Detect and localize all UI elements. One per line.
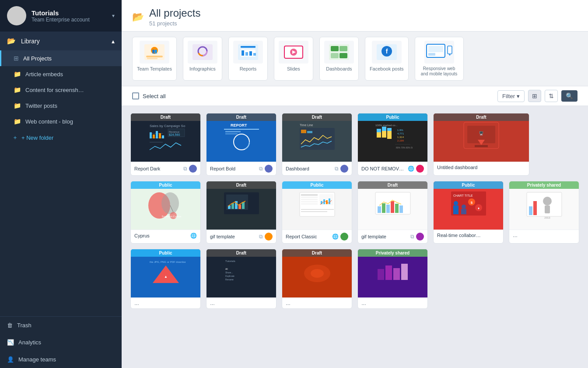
project-card-realtime-collab[interactable]: Public CHART TITLE $ <box>433 181 504 244</box>
project-footer: … <box>509 230 579 241</box>
svg-rect-13 <box>245 52 248 56</box>
new-folder-button[interactable]: ＋ + New folder <box>0 129 122 146</box>
globe-icon[interactable]: 🌐 <box>408 166 414 172</box>
folder-icon: 📁 <box>14 102 21 109</box>
project-card-gif-template-2[interactable]: Draft gif template <box>357 181 428 244</box>
select-all-label[interactable]: Select all <box>143 93 166 99</box>
project-owner-avatar <box>340 233 348 241</box>
project-name: gif template <box>210 234 235 239</box>
svg-rect-35 <box>150 142 163 142</box>
project-footer: gif template ⧉ <box>358 230 427 243</box>
sidebar-item-all-projects[interactable]: ⊞ All Projects <box>0 50 122 66</box>
svg-rect-23 <box>340 53 347 58</box>
project-card-public-pyramid[interactable]: Public the JPG, PNG or PDF download opti… <box>130 249 201 309</box>
copy-icon[interactable]: ⧉ <box>183 166 187 172</box>
project-name: DO NOT REMOVE 1... <box>361 166 405 171</box>
svg-rect-68 <box>395 144 410 145</box>
status-badge: Public <box>282 181 352 189</box>
type-filter-reports[interactable]: Reports <box>228 37 268 81</box>
project-footer: … <box>206 297 276 308</box>
project-card-draft-coral[interactable]: Draft … <box>282 249 352 309</box>
svg-text:Tutorials: Tutorials <box>225 260 235 262</box>
project-footer: Real-time collabora... <box>434 230 503 241</box>
globe-icon[interactable]: 🌐 <box>190 233 197 239</box>
copy-icon[interactable]: ⧉ <box>259 166 263 172</box>
type-filter-responsive-web[interactable]: Responsive web and mobile layouts <box>415 37 464 81</box>
project-thumbnail: Draft <box>206 181 276 230</box>
project-card-privately-shared-1[interactable]: Privately shared 2013 … <box>509 181 579 244</box>
project-card-draft-tutorials[interactable]: Draft Tutorials All Share... Duplicate R… <box>206 249 276 309</box>
svg-rect-74 <box>475 145 488 147</box>
svg-rect-91 <box>301 201 318 202</box>
chevron-down-icon[interactable]: ▾ <box>112 13 115 19</box>
select-all-area: Select all <box>132 92 166 99</box>
project-actions: ⧉ <box>410 233 424 241</box>
project-count: 51 projects <box>149 20 200 27</box>
project-actions: ⧉ <box>183 165 197 173</box>
type-filters: 👥 Team Templates Infographics <box>122 32 588 86</box>
copy-icon[interactable]: ⧉ <box>410 234 414 240</box>
sidebar-item-trash[interactable]: 🗑 Trash <box>0 317 122 334</box>
project-card-report-dark[interactable]: Draft Sales by Campaign Sources Revenue <box>130 113 201 176</box>
select-all-checkbox[interactable] <box>132 92 139 99</box>
project-name: Report Classic <box>286 234 317 239</box>
svg-rect-90 <box>301 199 318 200</box>
globe-icon[interactable]: 🌐 <box>332 234 339 240</box>
project-name: … <box>513 233 518 238</box>
copy-icon[interactable]: ⧉ <box>335 166 339 172</box>
project-footer: … <box>131 297 200 308</box>
project-card-untitled-dashboard[interactable]: Draft 🖥️ Untitled dashboard <box>433 113 529 176</box>
sidebar-item-manage-teams[interactable]: 👤 Manage teams <box>0 351 122 368</box>
svg-text:Time Line: Time Line <box>300 124 313 127</box>
slides-thumb <box>279 41 308 64</box>
status-badge: Privately shared <box>509 181 579 189</box>
filter-button[interactable]: Filter ▾ <box>497 90 525 102</box>
project-owner-avatar <box>265 233 273 241</box>
type-filter-slides[interactable]: Slides <box>274 37 313 81</box>
svg-text:1.9%: 1.9% <box>397 129 403 131</box>
type-filter-dashboards[interactable]: Dashboards <box>319 37 359 81</box>
svg-rect-15 <box>253 53 256 56</box>
sidebar-item-analytics[interactable]: 📉 Analytics <box>0 334 122 351</box>
type-filter-facebook-posts[interactable]: f Facebook posts <box>365 37 409 81</box>
project-card-dashboard[interactable]: Draft Time Line Dashboard ⧉ <box>282 113 352 176</box>
project-card-cyprus[interactable]: Public Southern Cyprus Cyprus 🌐 <box>130 181 201 244</box>
project-card-do-not-remove[interactable]: Public 100% stacked co... <box>357 113 428 176</box>
sidebar-item-article-embeds[interactable]: 📁 Article embeds <box>0 66 122 82</box>
sidebar-item-twitter-posts[interactable]: 📁 Twitter posts <box>0 98 122 113</box>
project-footer: Dashboard ⧉ <box>282 162 352 175</box>
svg-rect-55 <box>377 129 381 132</box>
svg-rect-101 <box>378 206 381 213</box>
chevron-up-icon: ▴ <box>112 38 115 45</box>
library-icon: 📂 <box>7 37 16 45</box>
svg-point-134 <box>311 269 324 278</box>
project-actions: ⧉ <box>259 165 273 173</box>
svg-text:♦: ♦ <box>477 206 479 210</box>
trash-icon: 🗑 <box>7 322 13 329</box>
svg-rect-103 <box>386 205 390 213</box>
library-section[interactable]: 📂 Library ▴ <box>0 32 122 50</box>
svg-text:Sales by Campaign Sources: Sales by Campaign Sources <box>150 124 186 128</box>
sidebar-item-web-content-blog[interactable]: 📁 Web content - blog <box>0 113 122 129</box>
svg-rect-89 <box>301 197 318 198</box>
project-card-gif-template-1[interactable]: Draft gi <box>206 181 276 244</box>
svg-rect-31 <box>428 53 435 56</box>
type-filter-team-templates[interactable]: 👥 Team Templates <box>132 37 177 81</box>
status-badge: Draft <box>206 113 276 121</box>
grid-view-button[interactable]: ⊞ <box>528 90 541 102</box>
project-card-report-bold[interactable]: Draft REPORT Report Bold ⧉ <box>206 113 276 176</box>
project-thumbnail: Draft Tutorials All Share... Duplicate R… <box>206 249 276 297</box>
sort-button[interactable]: ⇅ <box>545 90 558 102</box>
project-card-privately-shared-2[interactable]: Privately shared … <box>357 249 428 309</box>
type-filter-infographics[interactable]: Infographics <box>183 37 222 81</box>
sidebar-item-content-for-screenshots[interactable]: 📁 Content for screensh… <box>0 82 122 98</box>
project-card-report-classic[interactable]: Public <box>282 181 352 244</box>
svg-rect-111 <box>461 209 466 214</box>
svg-rect-28 <box>448 46 452 54</box>
copy-icon[interactable]: ⧉ <box>259 234 263 240</box>
search-button[interactable]: 🔍 <box>561 90 578 102</box>
svg-rect-22 <box>331 53 339 58</box>
svg-rect-137 <box>385 265 392 280</box>
project-thumbnail: Draft <box>282 249 352 297</box>
project-thumbnail: Draft 🖥️ <box>434 113 529 162</box>
